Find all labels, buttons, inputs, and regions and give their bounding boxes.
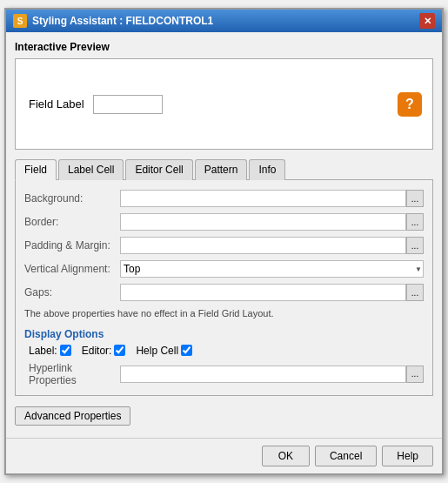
tab-pattern[interactable]: Pattern: [195, 159, 248, 180]
valign-row: Vertical Alignment: Top Middle Bottom ▼: [24, 259, 424, 278]
hyperlink-label: Hyperlink Properties: [29, 362, 120, 386]
field-input-preview: [93, 95, 163, 114]
gaps-row: Gaps: ...: [24, 283, 424, 302]
valign-select[interactable]: Top Middle Bottom: [120, 260, 424, 278]
preview-area: Field Label ?: [15, 58, 433, 150]
valign-select-wrap: Top Middle Bottom ▼: [120, 260, 424, 278]
field-label: Field Label: [29, 97, 84, 111]
tab-field[interactable]: Field: [15, 159, 57, 180]
help-cell-checkbox-label[interactable]: Help Cell: [136, 345, 192, 357]
gaps-input[interactable]: [120, 284, 406, 301]
border-browse-btn[interactable]: ...: [406, 213, 424, 231]
title-bar-left: S Styling Assistant : FIELDCONTROL1: [13, 14, 213, 28]
label-text: Label:: [29, 345, 57, 357]
border-label: Border:: [24, 216, 120, 228]
padding-browse-btn[interactable]: ...: [406, 237, 424, 254]
ok-button[interactable]: OK: [262, 446, 310, 466]
tab-content: Background: ... Border: ...: [15, 180, 433, 395]
hyperlink-row: Hyperlink Properties ...: [24, 362, 424, 386]
tab-label-cell[interactable]: Label Cell: [58, 159, 124, 180]
tab-info[interactable]: Info: [249, 159, 285, 180]
background-input[interactable]: [120, 190, 406, 207]
help-cell-checkbox[interactable]: [181, 345, 192, 356]
gaps-input-wrap: ...: [120, 284, 424, 301]
preview-help-icon[interactable]: ?: [398, 92, 422, 117]
editor-checkbox-label[interactable]: Editor:: [82, 345, 126, 357]
padding-label: Padding & Margin:: [24, 239, 120, 252]
padding-input[interactable]: [120, 237, 406, 254]
valign-label: Vertical Alignment:: [24, 263, 120, 275]
display-options-label: Display Options: [24, 328, 424, 340]
checkbox-row: Label: Editor: Help Cell: [24, 345, 424, 357]
editor-checkbox[interactable]: [114, 345, 125, 356]
advanced-properties-button[interactable]: Advanced Properties: [15, 406, 130, 426]
background-browse-btn[interactable]: ...: [406, 190, 424, 207]
border-input[interactable]: [120, 213, 406, 231]
padding-row: Padding & Margin: ...: [24, 236, 424, 255]
tabs-bar: Field Label Cell Editor Cell Pattern Inf…: [15, 158, 433, 180]
background-input-wrap: ...: [120, 190, 424, 207]
hyperlink-input[interactable]: [120, 366, 406, 383]
advanced-row: Advanced Properties: [15, 403, 433, 429]
info-text: The above properties have no effect in a…: [24, 307, 424, 320]
hyperlink-browse-btn[interactable]: ...: [406, 366, 424, 383]
window-title: Styling Assistant : FIELDCONTROL1: [32, 15, 213, 27]
preview-section-label: Interactive Preview: [15, 41, 433, 53]
border-row: Border: ...: [24, 212, 424, 231]
editor-text: Editor:: [82, 345, 112, 357]
help-button[interactable]: Help: [382, 446, 433, 466]
app-icon: S: [13, 14, 27, 28]
close-button[interactable]: ✕: [419, 13, 435, 29]
tab-editor-cell[interactable]: Editor Cell: [125, 159, 192, 180]
title-bar: S Styling Assistant : FIELDCONTROL1 ✕: [6, 10, 442, 32]
label-checkbox[interactable]: [60, 345, 71, 356]
padding-input-wrap: ...: [120, 237, 424, 254]
label-checkbox-label[interactable]: Label:: [29, 345, 71, 357]
border-input-wrap: ...: [120, 213, 424, 231]
background-label: Background:: [24, 192, 120, 205]
window-body: Interactive Preview Field Label ? Field …: [6, 32, 442, 437]
gaps-browse-btn[interactable]: ...: [406, 284, 424, 301]
dialog-window: S Styling Assistant : FIELDCONTROL1 ✕ In…: [4, 8, 444, 474]
bottom-buttons: OK Cancel Help: [6, 438, 442, 473]
background-row: Background: ...: [24, 189, 424, 208]
gaps-label: Gaps:: [24, 286, 120, 299]
cancel-button[interactable]: Cancel: [315, 446, 377, 466]
help-cell-text: Help Cell: [136, 345, 178, 357]
